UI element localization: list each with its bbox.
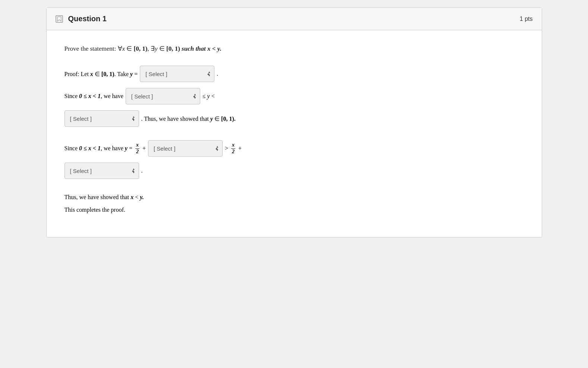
proof-line-1: Proof: Let x ∈ [0, 1). Take y = [ Select… — [65, 66, 524, 82]
question-header-left: Question 1 — [56, 15, 107, 23]
dropdown-4[interactable]: [ Select ] x/2 + 1/2 (x+1)/2 x + 1 0 1 x… — [148, 140, 223, 157]
conclusion-1: Thus, we have showed that x < y. — [65, 194, 524, 201]
select-wrapper-1: [ Select ] x/2 + 1/2 (x+1)/2 x + 1 0 1 x… — [140, 66, 214, 82]
select-wrapper-3: [ Select ] x/2 + 1/2 (x+1)/2 x + 1 0 1 x… — [65, 110, 139, 127]
conclusion-2-text: This completes the proof. — [65, 207, 126, 213]
conclusion-2: This completes the proof. — [65, 207, 524, 213]
proof-line2-text: Since 0 ≤ x < 1, we have — [65, 93, 123, 100]
dropdown-5[interactable]: [ Select ] x/2 + 1/2 (x+1)/2 x + 1 0 1 x… — [65, 163, 139, 179]
period-5: . — [141, 167, 143, 174]
question-title: Question 1 — [68, 15, 107, 23]
proof-line3-text: . Thus, we have showed that y ∈ [0, 1). — [141, 115, 236, 122]
frac-x2-2: x 2 — [231, 142, 235, 155]
frac-x2-1: x 2 — [135, 142, 139, 155]
proof-line-3: [ Select ] x/2 + 1/2 (x+1)/2 x + 1 0 1 x… — [65, 110, 524, 127]
bookmark-icon — [56, 15, 63, 23]
proof-line-5: [ Select ] x/2 + 1/2 (x+1)/2 x + 1 0 1 x… — [65, 163, 524, 179]
proof-line-4: Since 0 ≤ x < 1, we have y = x 2 + [ Sel… — [65, 140, 524, 157]
proof-line1-text: Proof: Let x ∈ [0, 1). Take y = — [65, 70, 138, 78]
question-body: Prove the statement: ∀x ∈ [0, 1), ∃y ∈ [… — [47, 30, 542, 237]
select-wrapper-4: [ Select ] x/2 + 1/2 (x+1)/2 x + 1 0 1 x… — [148, 140, 223, 157]
dropdown-2[interactable]: [ Select ] x/2 + 1/2 (x+1)/2 x + 1 0 1 x… — [126, 88, 200, 104]
period-1: . — [217, 70, 218, 77]
proof-line4-suffix: > — [225, 145, 228, 152]
plus-sign-1: + — [142, 145, 146, 152]
select-wrapper-2: [ Select ] x/2 + 1/2 (x+1)/2 x + 1 0 1 x… — [126, 88, 200, 104]
proof-line4-text: Since 0 ≤ x < 1, we have y = — [65, 145, 132, 152]
question-header: Question 1 1 pts — [47, 8, 542, 30]
proof-line-2: Since 0 ≤ x < 1, we have [ Select ] x/2 … — [65, 88, 524, 104]
question-card: Question 1 1 pts Prove the statement: ∀x… — [46, 7, 542, 238]
statement-line: Prove the statement: ∀x ∈ [0, 1), ∃y ∈ [… — [65, 44, 524, 54]
dropdown-3[interactable]: [ Select ] x/2 + 1/2 (x+1)/2 x + 1 0 1 x… — [65, 110, 139, 127]
select-wrapper-5: [ Select ] x/2 + 1/2 (x+1)/2 x + 1 0 1 x… — [65, 163, 139, 179]
proof-line2-suffix: ≤ y < — [202, 93, 215, 100]
conclusion-1-text: Thus, we have showed that x < y. — [65, 194, 144, 201]
question-pts: 1 pts — [520, 16, 533, 22]
dropdown-1[interactable]: [ Select ] x/2 + 1/2 (x+1)/2 x + 1 0 1 x… — [140, 66, 214, 82]
plus-sign-2: + — [238, 145, 242, 152]
